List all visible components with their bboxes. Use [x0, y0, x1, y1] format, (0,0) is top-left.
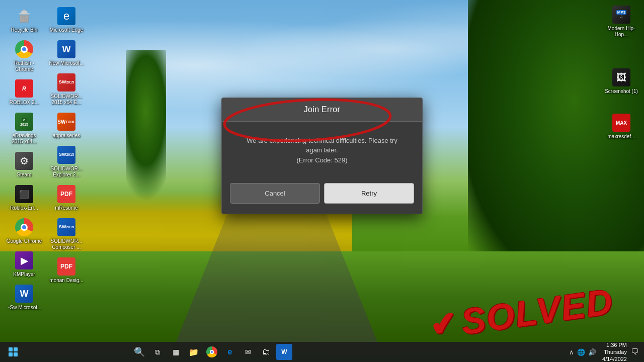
taskbar-taskview-icon[interactable]: ⧉ — [149, 344, 166, 360]
kmplayer-label: KMPlayer — [13, 272, 35, 278]
desktop-icon-mohan-desig[interactable]: PDF mohan Desig... — [46, 254, 87, 286]
desktop-icon-appraiseries[interactable]: SWTOOL appraiseries — [46, 110, 87, 141]
roblox-label: ROBLOX 2... — [10, 100, 39, 106]
taskbar-edge-icon[interactable]: e — [222, 344, 238, 360]
solidworks-explorer-label: SOLIDWOR... Explorer 2... — [48, 166, 85, 178]
screenshot-icon: 🖼 — [611, 67, 631, 87]
desktop-icon-roblox-err[interactable]: ⬛ Roblox-Err... — [4, 182, 44, 213]
recycle-bin-icon — [14, 6, 34, 26]
windows-logo — [9, 347, 18, 356]
desktop-icon-rethish-chrome[interactable]: Rethish - Chrome — [4, 37, 44, 74]
taskbar-word-icon[interactable]: W — [276, 344, 292, 360]
desktop-icon-google-chrome[interactable]: Google Chrome — [4, 215, 44, 246]
taskbar-files-icon[interactable]: 🗂 — [258, 344, 274, 360]
taskbar-center: 🔍 ⧉ ▦ 📁 e ✉ 🗂 W — [131, 344, 292, 360]
music-icon: MP3 ♫ — [611, 5, 631, 25]
tray-volume-icon[interactable]: 🔊 — [588, 348, 596, 356]
new-microsoft-icon: W — [56, 39, 76, 59]
desktop-icon-roblox[interactable]: R ROBLOX 2... — [4, 76, 44, 108]
roblox-err-label: Roblox-Err... — [10, 205, 38, 211]
taskbar-search-icon[interactable]: 🔍 — [131, 344, 147, 360]
appraiseries-icon: SWTOOL — [56, 112, 76, 132]
taskbar-date2: 4/14/2022 — [602, 355, 627, 362]
roblox-err-icon: ⬛ — [14, 184, 34, 204]
roblox-icon: R — [14, 78, 34, 99]
tray-chevron[interactable]: ∧ — [569, 348, 574, 356]
desktop-icon-maxresdef[interactable]: MAX maxresdef... — [601, 111, 641, 142]
desktop-icon-steam[interactable]: ⚙ Steam — [4, 149, 44, 180]
system-tray: ∧ 🌐 🔊 — [567, 348, 598, 356]
taskbar: 🔍 ⧉ ▦ 📁 e ✉ 🗂 W ∧ 🌐 🔊 1:36 PM Thursday 4… — [0, 342, 644, 362]
desktop-icon-kmplayer[interactable]: ▶ KMPlayer — [4, 248, 44, 280]
desktop-icon-solidworks-explorer[interactable]: SW2015 SOLIDWOR... Explorer 2... — [46, 143, 87, 180]
taskbar-date: Thursday — [602, 348, 627, 355]
tree-left — [126, 50, 166, 201]
taskbar-time: 1:36 PM — [602, 341, 627, 348]
dialog-message-line3: (Error Code: 529) — [296, 156, 347, 164]
appraiseries-label: appraiseries — [53, 133, 80, 139]
screenshot-label: Screenshot (1) — [605, 88, 638, 95]
retry-button[interactable]: Retry — [324, 183, 414, 204]
mohan-desig-label: mohan Desig... — [49, 278, 83, 284]
chrome-rethish-icon — [14, 39, 34, 59]
solidworks-composer-icon: SW2015 — [56, 217, 76, 237]
maxresdef-label: maxresdef... — [607, 134, 635, 140]
desktop-icons-container: Recycle Bin Rethish - Chrome R ROBLOX 2.… — [0, 0, 111, 342]
taskbar-chrome-icon[interactable] — [204, 344, 220, 360]
taskbar-clock[interactable]: 1:36 PM Thursday 4/14/2022 — [602, 341, 627, 362]
solidworks-composer-label: SOLIDWOR... Composer ... — [48, 238, 85, 250]
m-resume-icon: PDF — [56, 184, 76, 204]
start-button[interactable] — [5, 344, 21, 360]
dialog-message-line2: again later. — [306, 146, 338, 154]
desktop-icon-microsoft-edge[interactable]: e Microsoft Edge — [46, 4, 87, 35]
rethish-chrome-label: Rethish - Chrome — [6, 60, 42, 72]
music-label: Modern Hip-Hop... — [603, 26, 639, 38]
desktop-icon-music[interactable]: MP3 ♫ Modern Hip-Hop... — [601, 3, 641, 40]
sw-microsoft-icon: W — [14, 284, 34, 304]
desktop-icon-recycle-bin[interactable]: Recycle Bin — [4, 4, 44, 35]
desktop-icon-screenshot[interactable]: 🖼 Screenshot (1) — [601, 65, 641, 97]
recycle-bin-label: Recycle Bin — [11, 27, 38, 33]
desktop-icon-sw-microsoft[interactable]: W ~Sw Microsof... — [4, 282, 44, 313]
edrawings-label: eDrawings 2015 x64... — [6, 133, 42, 145]
solved-checkmark: ✔ — [427, 304, 459, 345]
desktop-icon-new-microsoft[interactable]: W New Microsof... — [46, 37, 87, 68]
google-chrome-label: Google Chrome — [7, 238, 42, 244]
desktop-icon-solidworks-x64[interactable]: SW2015 SOLIDWOR... 2015 x64 E... — [46, 70, 87, 108]
dialog-message-line1: We are experiencing technical difficulti… — [247, 137, 397, 144]
m-resume-label: mResume — [55, 205, 78, 211]
taskbar-mail-icon[interactable]: ✉ — [240, 344, 256, 360]
google-chrome-icon — [14, 217, 34, 237]
dialog-buttons: Cancel Retry — [222, 177, 422, 214]
maxresdef-icon: MAX — [611, 113, 631, 133]
edrawings-icon: e 2015 — [14, 112, 34, 132]
solidworks-x64-label: SOLIDWOR... 2015 x64 E... — [48, 94, 85, 106]
taskbar-explorer-icon[interactable]: 📁 — [186, 344, 202, 360]
taskbar-widgets-icon[interactable]: ▦ — [168, 344, 184, 360]
kmplayer-icon: ▶ — [14, 250, 34, 270]
taskbar-right: ∧ 🌐 🔊 1:36 PM Thursday 4/14/2022 🗨 — [567, 341, 639, 362]
steam-label: Steam — [17, 172, 32, 178]
sw-microsoft-label: ~Sw Microsof... — [7, 305, 42, 311]
dialog-title: Join Error — [304, 105, 340, 114]
mohan-desig-icon: PDF — [56, 256, 76, 277]
tray-network-icon[interactable]: 🌐 — [577, 348, 585, 356]
solidworks-explorer-icon: SW2015 — [56, 145, 76, 165]
microsoft-edge-label: Microsoft Edge — [50, 27, 84, 33]
dialog-body: We are experiencing technical difficulti… — [222, 122, 422, 177]
new-microsoft-label: New Microsof... — [49, 60, 84, 66]
steam-icon: ⚙ — [14, 151, 34, 171]
desktop-icon-solidworks-composer[interactable]: SW2015 SOLIDWOR... Composer ... — [46, 215, 87, 252]
microsoft-edge-icon: e — [56, 6, 76, 26]
desktop-icon-edrawings[interactable]: e 2015 eDrawings 2015 x64... — [4, 110, 44, 147]
taskbar-notification-icon[interactable]: 🗨 — [631, 347, 639, 356]
solidworks-x64-icon: SW2015 — [56, 72, 76, 93]
dialog-title-bar: Join Error — [222, 98, 422, 122]
dialog-message: We are experiencing technical difficulti… — [234, 136, 410, 165]
desktop-icon-m-resume[interactable]: PDF mResume — [46, 182, 87, 213]
error-dialog: Join Error We are experiencing technical… — [221, 98, 423, 215]
cancel-button[interactable]: Cancel — [230, 183, 320, 204]
